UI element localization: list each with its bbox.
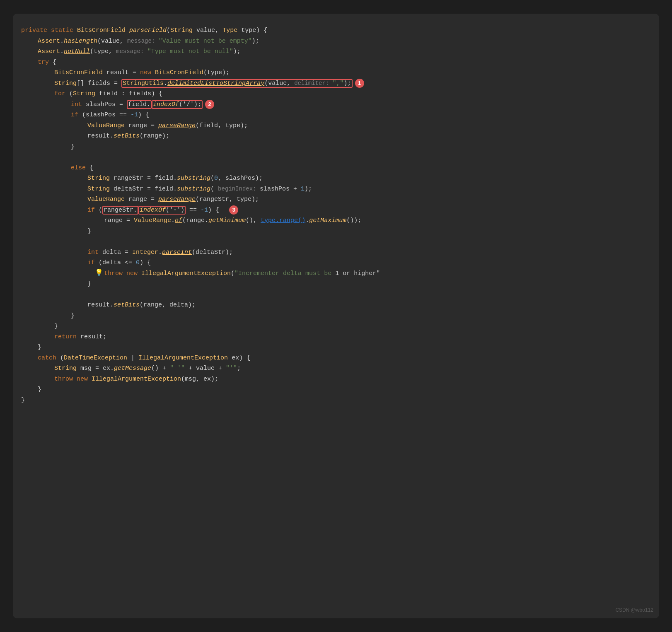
keyword-return: return	[54, 332, 80, 343]
class-illegalarg3: IllegalArgumentException	[92, 374, 181, 385]
type-illegalarg2: IllegalArgumentException	[138, 353, 228, 364]
class-illegalarg1: IllegalArgumentException	[141, 268, 231, 279]
keyword-if1: if	[71, 110, 82, 121]
type-bitscronfield: BitsCronField	[77, 25, 129, 36]
num-0: 0	[214, 173, 218, 184]
method-of: of	[175, 215, 182, 226]
code-line-27: result.setBits(range, delta);	[87, 300, 647, 311]
code-line-28: }	[71, 311, 647, 321]
code-line-20: }	[87, 226, 647, 237]
method-setbits1: setBits	[114, 131, 140, 142]
keyword-for: for	[54, 89, 69, 99]
code-line-2: Assert.hasLength(value, message: "Value …	[38, 36, 647, 47]
code-line-24: 💡 throw new IllegalArgumentException("In…	[104, 268, 647, 279]
keyword-throw2: throw	[54, 374, 77, 385]
string-incrementer: "Incrementer delta must be	[234, 268, 331, 279]
keyword-catch: catch	[38, 353, 60, 364]
keyword-throw1: throw	[104, 268, 126, 279]
code-line-4: try {	[38, 57, 647, 68]
code-line-1: private static BitsCronField parseField(…	[21, 25, 647, 36]
method-delimited: delimitedListToStringArray	[167, 80, 264, 87]
paren-open: (	[167, 25, 170, 36]
keyword-int2: int	[87, 247, 102, 258]
code-line-22: int delta = Integer.parseInt(deltaStr);	[87, 247, 647, 258]
method-notnull: notNull	[64, 46, 90, 57]
keyword-if2: if	[87, 205, 99, 216]
constructor-bitscronfield: BitsCronField	[155, 68, 203, 78]
num-neg1a: -1	[131, 110, 138, 121]
method-indexof2: indexOf	[140, 207, 166, 214]
class-assert2: Assert	[38, 46, 60, 57]
type-string3: String	[73, 89, 99, 99]
code-line-19: range = ValueRange.of(range.getMinimum()…	[104, 215, 647, 226]
param-value: value,	[196, 25, 222, 36]
type-string4: String	[87, 173, 114, 184]
code-line-blank3	[21, 289, 647, 300]
param-hint-delimiter: delimiter:	[294, 80, 332, 87]
code-line-14: else {	[71, 163, 647, 174]
badge-3: 3	[229, 205, 238, 215]
method-haslength: hasLength	[64, 36, 97, 47]
code-line-36: }	[21, 395, 647, 406]
method-parserange1: parseRange	[158, 121, 196, 131]
type-bitscronfield2: BitsCronField	[54, 68, 106, 78]
num-1a: 1	[301, 184, 305, 195]
keyword-new2: new	[126, 268, 141, 279]
method-setbits2: setBits	[114, 300, 140, 311]
type-string: String	[170, 25, 196, 36]
link-typerange[interactable]: type.range()	[261, 215, 305, 226]
highlight-stringutils: StringUtils.delimitedListToStringArray(v…	[121, 79, 353, 88]
highlight-indexof2b: indexOf('-')	[138, 206, 186, 215]
method-substring1: substring	[177, 173, 210, 184]
method-indexof1: indexOf	[153, 101, 179, 108]
code-line-33: String msg = ex.getMessage() + " '" + va…	[54, 363, 647, 374]
class-stringutils: StringUtils	[123, 80, 164, 87]
param-hint-beginindex: beginIndex:	[218, 184, 260, 194]
keyword-else: else	[71, 163, 89, 174]
highlight-indexof1b: indexOf('/');	[152, 100, 203, 109]
keyword-if3: if	[87, 258, 99, 268]
code-line-34: throw new IllegalArgumentException(msg, …	[54, 374, 647, 385]
method-getminimum: getMinimum	[208, 215, 246, 226]
string-comma: ","	[333, 80, 344, 87]
code-line-3: Assert.notNull(type, message: "Type must…	[38, 46, 647, 57]
string-quote-end: "'"	[226, 363, 237, 374]
class-assert: Assert	[38, 36, 60, 47]
string-type-null: "Type must not be null"	[147, 46, 233, 57]
highlight-indexof1: field.	[127, 100, 152, 109]
highlight-indexof2: rangeStr.	[102, 206, 138, 215]
code-line-25: }	[87, 279, 647, 289]
bulb-icon: 💡	[95, 268, 103, 279]
method-getmessage: getMessage	[114, 363, 151, 374]
code-line-6: String[] fields = StringUtils.delimitedL…	[54, 78, 647, 89]
code-line-16: String deltaStr = field.substring( begin…	[87, 184, 647, 195]
class-integer: Integer	[132, 247, 158, 258]
keyword-new1: new	[140, 68, 155, 78]
num-0b: 0	[136, 258, 140, 268]
type-valuerange1: ValueRange	[87, 121, 128, 131]
code-line-29: }	[54, 321, 647, 332]
badge-2: 2	[205, 100, 214, 109]
keyword-static: static	[51, 25, 77, 36]
code-line-blank2	[21, 236, 647, 247]
code-line-17: ValueRange range = parseRange(rangeStr, …	[87, 194, 647, 205]
num-neg1b: -1	[201, 205, 208, 216]
keyword-int1: int	[71, 99, 86, 110]
watermark: CSDN @wbo112	[615, 606, 653, 614]
code-line-12: }	[71, 142, 647, 152]
code-line-11: result.setBits(range);	[87, 131, 647, 142]
code-line-23: if (delta <= 0) {	[87, 258, 647, 268]
code-line-7: for (String field : fields) {	[54, 89, 647, 99]
method-parseint: parseInt	[162, 247, 192, 258]
type-string2: String	[54, 78, 77, 89]
method-parserange2: parseRange	[158, 194, 196, 205]
param-hint-message2: message:	[116, 47, 147, 57]
badge-1: 1	[355, 79, 364, 88]
code-line-5: BitsCronField result = new BitsCronField…	[54, 68, 647, 78]
code-line-31: }	[38, 342, 647, 353]
code-line-15: String rangeStr = field.substring(0, sla…	[87, 173, 647, 184]
code-line-9: if (slashPos == -1) {	[71, 110, 647, 121]
type-valuerange3: ValueRange	[134, 215, 171, 226]
param-type: type) {	[241, 25, 267, 36]
param-hint-message1: message:	[127, 36, 159, 46]
